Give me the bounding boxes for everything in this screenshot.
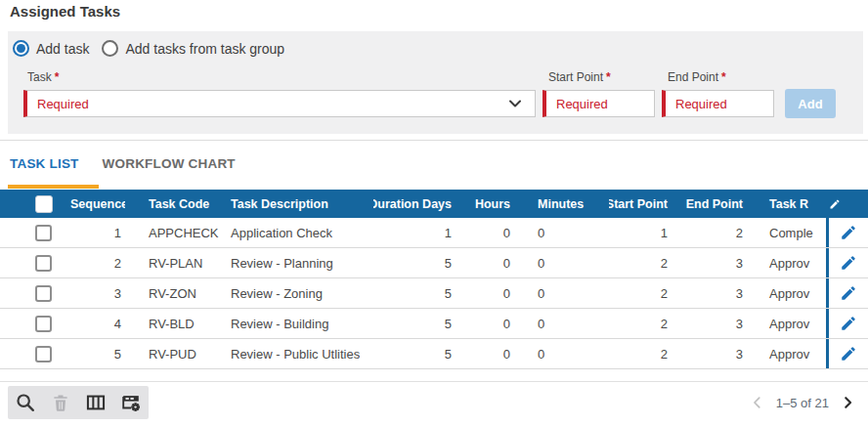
cell-duration-days: 5 xyxy=(373,278,457,308)
cell-hours: 0 xyxy=(457,309,515,338)
assigned-tasks-page: Assigned Tasks Add task Add tasks from t… xyxy=(0,0,868,426)
grid-toolbar xyxy=(8,386,149,419)
edit-row-pencil-icon[interactable] xyxy=(840,315,857,332)
cell-sequence: 3 xyxy=(63,278,125,308)
cell-start-point: 2 xyxy=(609,248,670,277)
row-checkbox[interactable] xyxy=(35,316,52,332)
cell-minutes: 0 xyxy=(515,278,609,308)
columns-icon[interactable] xyxy=(84,391,108,414)
add-task-form-panel: Add task Add tasks from task group Task*… xyxy=(8,31,863,134)
table-row: 3 RV-ZON Review - Zoning 5 0 0 2 3 Appro… xyxy=(0,278,868,309)
table-bottom-divider xyxy=(0,381,868,382)
column-header-task-code[interactable]: Task Code xyxy=(125,190,223,218)
edit-row-pencil-icon[interactable] xyxy=(840,254,857,272)
cell-task-description: Review - Building xyxy=(223,309,373,338)
table-body: 1 APPCHECK Application Check 1 0 0 1 2 C… xyxy=(0,218,868,369)
cell-task-description: Application Check xyxy=(223,218,373,247)
cell-task-rule: Approv xyxy=(745,339,829,368)
table-settings-icon[interactable] xyxy=(119,391,143,414)
column-header-end-point[interactable]: End Point xyxy=(670,190,745,218)
row-checkbox[interactable] xyxy=(35,225,52,241)
edit-row-pencil-icon[interactable] xyxy=(840,284,857,302)
cell-start-point: 2 xyxy=(609,309,670,338)
cell-minutes: 0 xyxy=(515,218,609,247)
add-button[interactable]: Add xyxy=(785,89,836,118)
cell-start-point: 1 xyxy=(609,218,670,247)
page-title: Assigned Tasks xyxy=(10,3,120,20)
radio-add-task[interactable]: Add task xyxy=(13,40,89,57)
end-point-input[interactable] xyxy=(662,90,774,117)
cell-end-point: 3 xyxy=(670,278,745,308)
radio-unselected-icon xyxy=(102,40,118,57)
cell-minutes: 0 xyxy=(515,309,609,338)
column-header-minutes[interactable]: Minutes xyxy=(515,190,609,218)
table-row: 1 APPCHECK Application Check 1 0 0 1 2 C… xyxy=(0,218,868,248)
cell-sequence: 1 xyxy=(63,218,125,247)
trash-icon[interactable] xyxy=(49,391,72,414)
cell-sequence: 4 xyxy=(63,309,125,338)
cell-hours: 0 xyxy=(457,339,515,368)
table-header-row: Sequence Task Code Task Description Dura… xyxy=(0,190,868,218)
cell-hours: 0 xyxy=(457,278,515,308)
task-field-label: Task* xyxy=(27,70,59,84)
select-all-checkbox[interactable] xyxy=(35,195,53,213)
column-header-task-rule[interactable]: Task R xyxy=(745,190,829,218)
cell-minutes: 0 xyxy=(515,339,609,368)
next-page-icon[interactable] xyxy=(841,396,854,409)
cell-task-rule: Comple xyxy=(745,218,829,247)
start-point-field-label: Start Point* xyxy=(548,70,611,84)
cell-task-description: Review - Public Utlities xyxy=(223,339,373,368)
column-header-task-description[interactable]: Task Description xyxy=(223,190,373,218)
cell-duration-days: 5 xyxy=(373,309,457,338)
chevron-down-icon xyxy=(507,96,523,111)
cell-end-point: 2 xyxy=(670,218,745,247)
cell-duration-days: 5 xyxy=(373,248,457,277)
edit-column-pencil-icon[interactable] xyxy=(829,195,841,213)
cell-task-code: RV-BLD xyxy=(125,309,223,338)
start-point-input[interactable] xyxy=(542,90,655,117)
radio-selected-icon xyxy=(13,40,29,57)
cell-start-point: 2 xyxy=(609,278,670,308)
cell-end-point: 3 xyxy=(670,339,745,368)
cell-task-description: Review - Zoning xyxy=(223,278,373,308)
search-icon[interactable] xyxy=(14,391,37,414)
required-asterisk: * xyxy=(55,70,60,84)
row-checkbox[interactable] xyxy=(35,255,52,272)
cell-end-point: 3 xyxy=(670,309,745,338)
column-header-sequence[interactable]: Sequence xyxy=(63,190,125,218)
cell-duration-days: 5 xyxy=(373,339,457,368)
required-asterisk: * xyxy=(606,70,611,84)
table-row: 4 RV-BLD Review - Building 5 0 0 2 3 App… xyxy=(0,309,868,339)
row-checkbox[interactable] xyxy=(35,346,52,362)
section-divider xyxy=(0,140,868,141)
cell-task-code: RV-PLAN xyxy=(125,248,223,277)
column-header-duration-days[interactable]: Duration Days xyxy=(373,190,457,218)
cell-duration-days: 1 xyxy=(373,218,457,247)
task-select[interactable]: Required xyxy=(23,90,536,117)
tab-bar: TASK LIST WORKFLOW CHART xyxy=(10,156,236,171)
radio-add-tasks-from-group-label: Add tasks from task group xyxy=(125,41,284,57)
cell-task-code: RV-PUD xyxy=(125,339,223,368)
cell-task-rule: Approv xyxy=(745,248,829,277)
cell-task-code: APPCHECK xyxy=(125,218,223,247)
cell-task-rule: Approv xyxy=(745,309,829,338)
active-tab-underline xyxy=(8,185,99,189)
row-checkbox[interactable] xyxy=(35,285,52,302)
cell-task-rule: Approv xyxy=(745,278,829,308)
pagination: 1–5 of 21 xyxy=(751,389,854,416)
column-header-hours[interactable]: Hours xyxy=(457,190,515,218)
cell-start-point: 2 xyxy=(609,339,670,368)
cell-task-description: Review - Planning xyxy=(223,248,373,277)
column-header-start-point[interactable]: Start Point xyxy=(609,190,670,218)
edit-row-pencil-icon[interactable] xyxy=(840,224,857,241)
cell-task-code: RV-ZON xyxy=(125,278,223,308)
previous-page-icon[interactable] xyxy=(751,396,764,409)
cell-minutes: 0 xyxy=(515,248,609,277)
radio-add-tasks-from-group[interactable]: Add tasks from task group xyxy=(102,40,284,57)
pagination-range-label: 1–5 of 21 xyxy=(776,396,829,410)
cell-sequence: 2 xyxy=(63,248,125,277)
tab-task-list[interactable]: TASK LIST xyxy=(10,156,79,171)
tab-workflow-chart[interactable]: WORKFLOW CHART xyxy=(103,156,236,171)
table-row: 5 RV-PUD Review - Public Utlities 5 0 0 … xyxy=(0,339,868,369)
edit-row-pencil-icon[interactable] xyxy=(840,345,857,362)
